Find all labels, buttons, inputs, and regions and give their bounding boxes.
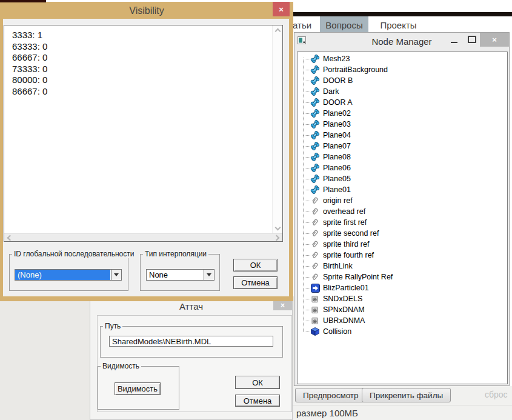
tree-connector-line [303,222,310,223]
tree-item[interactable]: sprite first ref [298,217,507,228]
node-manager-window: Node Manager × Mesh23PortraitBackgroundD… [294,32,510,386]
bone-icon [310,65,320,75]
path-input[interactable]: SharedModels\NEBirth.MDL [109,336,273,347]
tree-item[interactable]: sprite fourth ref [298,250,507,261]
interpolation-select[interactable]: None [146,269,214,281]
ok-button[interactable]: ОК [235,376,280,389]
tree-connector-line [303,70,310,70]
keyframe-listbox[interactable]: 3333: 163333: 066667: 073333: 080000: 08… [4,25,283,242]
tree-item[interactable]: Plane01 [298,184,507,195]
tab-projects[interactable]: Проекты [374,16,423,32]
close-icon[interactable]: × [273,300,292,310]
keyframe-entry[interactable]: 3333: 1 [12,30,47,41]
paperclip-icon [310,261,320,271]
bone-icon [310,87,320,96]
tab-questions[interactable]: Вопросы [320,16,368,32]
tree-item[interactable]: Mesh23 [298,53,507,64]
event-object-icon [310,305,320,315]
tree-connector-line [303,310,310,310]
tree-item[interactable]: DOOR B [298,75,507,86]
bone-icon [310,98,320,107]
tree-connector-line [303,244,310,245]
maximize-icon[interactable] [468,36,476,43]
keyframe-entry[interactable]: 80000: 0 [12,75,47,86]
bone-icon [310,119,320,129]
attach-dialog: Аттач × Путь SharedModels\NEBirth.MDL Ви… [90,299,293,420]
tree-item[interactable]: Plane05 [298,173,507,184]
keyframe-entry[interactable]: 63333: 0 [12,41,47,53]
tree-item[interactable]: BlizParticle01 [298,282,507,293]
tree-item-label: origin ref [323,196,353,205]
tree-item[interactable]: Collision [298,326,507,337]
tree-item-label: UBRxDNMA [323,316,365,325]
tree-item[interactable]: Dark [298,86,507,97]
preview-button[interactable]: Предпросмотр [295,388,367,402]
paperclip-icon [310,207,320,216]
tree-item[interactable]: Sprite RallyPoint Ref [298,272,507,282]
tree-item[interactable]: SNDxDELS [298,293,507,304]
attach-dialog-title: Аттач [90,301,292,312]
path-group-label: Путь [103,322,122,330]
tree-item[interactable]: overhead ref [298,206,507,217]
tree-connector-line [303,102,310,103]
cancel-button[interactable]: Отмена [233,276,278,289]
tree-item[interactable]: Plane08 [298,152,507,162]
reset-link[interactable]: сброс [485,390,508,399]
tree-item[interactable]: Plane02 [298,108,507,119]
tree-item-label: BirthLink [323,262,353,270]
keyframe-entry[interactable]: 73333: 0 [12,64,47,75]
tree-item[interactable]: sprite second ref [298,228,507,239]
window-title: Node Manager [294,36,509,47]
attach-files-button[interactable]: Прикрепить файлы [362,388,451,402]
tree-item-label: BlizParticle01 [323,284,369,292]
particle-arrow-icon [310,283,320,293]
node-tree-list[interactable]: Mesh23PortraitBackgroundDOOR BDarkDOOR A… [297,52,508,384]
scroll-down-icon[interactable] [274,225,281,231]
horizontal-scrollbar[interactable] [4,233,282,241]
tree-item-label: Plane02 [323,109,351,118]
close-icon[interactable]: × [480,33,509,47]
tree-item[interactable]: origin ref [298,195,507,206]
path-groupbox: Путь SharedModels\NEBirth.MDL [100,326,283,358]
tree-item[interactable]: SPNxDNAM [298,304,507,315]
tree-item[interactable]: Plane06 [298,162,507,173]
vertical-scrollbar[interactable] [272,25,282,233]
visibility-group-label: Видимость [101,362,141,370]
tree-item-label: Plane06 [323,164,351,172]
bone-icon [310,54,320,64]
global-sequence-select[interactable]: (None) [15,269,122,281]
chevron-down-icon[interactable] [111,270,121,280]
tree-item[interactable]: BirthLink [298,261,507,272]
cancel-button[interactable]: Отмена [235,395,280,407]
minimize-icon[interactable] [451,42,457,43]
keyframe-entry[interactable]: 66667: 0 [12,52,47,64]
cube-icon [310,327,320,336]
close-icon[interactable]: × [273,2,290,16]
visibility-groupbox: Видимость Видимость [98,366,179,410]
tree-connector-line [303,81,310,81]
tree-item[interactable]: sprite third ref [298,239,507,250]
tree-item[interactable]: PortraitBackground [298,64,507,75]
keyframe-entry[interactable]: 86667: 0 [12,86,47,98]
tab-articles-partial[interactable]: атьи [293,16,314,32]
chevron-down-icon[interactable] [204,270,214,280]
tree-item-label: Plane04 [323,131,351,139]
ok-button[interactable]: ОК [233,259,278,272]
tree-item[interactable]: DOOR A [298,97,507,108]
scroll-left-icon[interactable] [7,235,13,241]
top-left-bar [0,0,46,2]
paperclip-icon [310,228,320,238]
attach-dialog-panel: Путь SharedModels\NEBirth.MDL Видимость … [97,315,292,412]
tree-item[interactable]: Plane04 [298,130,507,141]
tree-connector-line [303,157,310,158]
scroll-right-icon[interactable] [274,235,280,241]
tree-item[interactable]: Plane03 [298,119,507,130]
visibility-button[interactable]: Видимость [115,382,161,395]
scroll-up-icon[interactable] [274,28,281,35]
tree-item-label: Plane05 [323,175,351,183]
tree-item[interactable]: UBRxDNMA [298,315,507,326]
bone-icon [310,185,320,195]
tree-connector-line [303,321,310,321]
tree-item[interactable]: Plane07 [298,141,507,152]
event-object-icon [310,316,320,325]
